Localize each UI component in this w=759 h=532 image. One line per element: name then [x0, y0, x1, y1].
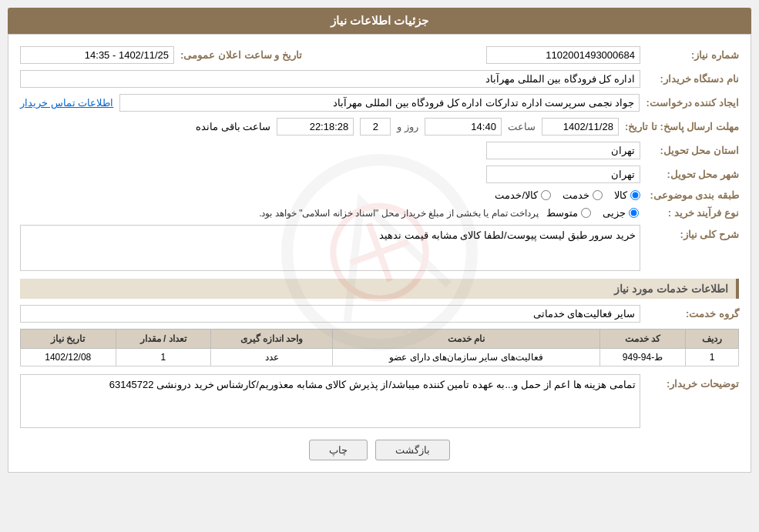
buyer-desc-label: توضیحات خریدار: [646, 374, 739, 390]
service-group-row: گروه خدمت: سایر فعالیت‌های خدماتی [20, 305, 739, 323]
page-container: جزئیات اطلاعات نیاز Ana Tender شماره نیا… [0, 0, 759, 532]
cell-unit: عدد [210, 349, 332, 366]
announce-date-value: 1402/11/25 - 14:35 [20, 46, 174, 64]
buyer-desc-area: توضیحات خریدار: تمامی هزینه ها اعم از حم… [20, 374, 739, 428]
need-number-row: شماره نیاز: 1102001493000684 تاریخ و ساع… [20, 46, 739, 64]
response-deadline-label: مهلت ارسال پاسخ: تا تاریخ: [625, 121, 739, 132]
service-group-label: گروه خدمت: [646, 308, 739, 320]
purchase-type-label-jozei: جزیی [603, 207, 626, 219]
creator-value: جواد نجمی سرپرست اداره تدارکات اداره کل … [119, 94, 640, 112]
main-card: Ana Tender شماره نیاز: 1102001493000684 … [8, 34, 751, 473]
need-number-label: شماره نیاز: [646, 49, 739, 61]
response-deadline-row: مهلت ارسال پاسخ: تا تاریخ: 1402/11/28 سا… [20, 118, 739, 136]
col-service-code: کد خدمت [599, 330, 685, 349]
col-service-name: نام خدمت [333, 330, 600, 349]
category-radio-kala-khadamat[interactable] [541, 190, 551, 200]
remaining-days: 2 [360, 118, 391, 136]
delivery-city-value: تهران [486, 166, 640, 183]
col-quantity: تعداد / مقدار [116, 330, 210, 349]
buyer-desc-textarea[interactable]: تمامی هزینه ها اعم از حمل و...به عهده تا… [20, 374, 640, 428]
category-radio-group: کالا خدمت کالا/خدمت [495, 189, 640, 201]
service-group-value: سایر فعالیت‌های خدماتی [20, 305, 640, 323]
category-option-kala[interactable]: کالا [614, 189, 640, 201]
delivery-province-value: تهران [486, 142, 640, 159]
back-button[interactable]: بازگشت [375, 440, 450, 460]
need-desc-area: شرح کلی نیاز: خرید سرور طبق لیست پیوست/ل… [20, 225, 739, 271]
category-label: طبقه بندی موضوعی: [646, 189, 739, 201]
purchase-type-radio-motavaset[interactable] [581, 208, 591, 218]
table-header-row: ردیف کد خدمت نام خدمت واحد اندازه گیری ت… [21, 330, 739, 349]
services-table: ردیف کد خدمت نام خدمت واحد اندازه گیری ت… [20, 329, 739, 366]
purchase-type-row: نوع فرآیند خرید : جزیی متوسط پرداخت تمام… [20, 207, 739, 219]
response-time: 14:40 [425, 118, 502, 136]
need-desc-label: شرح کلی نیاز: [646, 225, 739, 240]
page-title: جزئیات اطلاعات نیاز [331, 14, 428, 27]
purchase-type-jozei[interactable]: جزیی [603, 207, 639, 219]
page-header: جزئیات اطلاعات نیاز [8, 8, 751, 34]
print-button[interactable]: چاپ [309, 440, 368, 460]
purchase-type-motavaset[interactable]: متوسط [546, 207, 591, 219]
col-unit: واحد اندازه گیری [210, 330, 332, 349]
category-option-kala-khadamat[interactable]: کالا/خدمت [495, 189, 551, 201]
days-label: روز و [397, 121, 418, 132]
category-radio-khadamat[interactable] [593, 190, 603, 200]
delivery-province-label: استان محل تحویل: [646, 145, 739, 156]
time-label: ساعت [508, 121, 536, 132]
category-option-khadamat[interactable]: خدمت [563, 189, 603, 201]
creator-link[interactable]: اطلاعات تماس خریدار [20, 97, 113, 109]
requester-org-value: اداره کل فرودگاه بین المللی مهرآباد [20, 70, 640, 88]
purchase-type-label: نوع فرآیند خرید : [646, 207, 739, 219]
table-row: 1 ط-94-949 فعالیت‌های سایر سازمان‌های دا… [21, 349, 739, 366]
category-label-khadamat: خدمت [563, 189, 589, 201]
col-need-date: تاریخ نیاز [21, 330, 116, 349]
purchase-type-label-motavaset: متوسط [546, 207, 578, 219]
cell-service-name: فعالیت‌های سایر سازمان‌های دارای عضو [333, 349, 600, 366]
category-row: طبقه بندی موضوعی: کالا خدمت کالا/خدمت [20, 189, 739, 201]
category-radio-kala[interactable] [630, 190, 640, 200]
creator-label: ایجاد کننده درخواست: [646, 97, 739, 109]
purchase-type-radio-jozei[interactable] [629, 208, 639, 218]
delivery-city-label: شهر محل تحویل: [646, 169, 739, 180]
need-desc-textarea[interactable]: خرید سرور طبق لیست پیوست/لطفا کالای مشاب… [20, 225, 640, 271]
cell-quantity: 1 [116, 349, 210, 366]
button-group: بازگشت چاپ [20, 440, 739, 460]
cell-row-num: 1 [686, 349, 739, 366]
category-label-kala-khadamat: کالا/خدمت [495, 189, 538, 201]
announce-date-label: تاریخ و ساعت اعلان عمومی: [180, 49, 302, 61]
purchase-type-radio-group: جزیی متوسط [546, 207, 639, 219]
city-row: شهر محل تحویل: تهران [20, 166, 739, 183]
col-row-num: ردیف [686, 330, 739, 349]
purchase-type-desc: پرداخت تمام یا بخشی از مبلغ خریداز محل "… [259, 208, 539, 219]
requester-org-label: نام دستگاه خریدار: [646, 73, 739, 85]
province-row: استان محل تحویل: تهران [20, 142, 739, 159]
services-section-title: اطلاعات خدمات مورد نیاز [20, 279, 739, 299]
remaining-time: 22:18:28 [277, 118, 354, 136]
category-label-kala: کالا [614, 189, 627, 201]
cell-need-date: 1402/12/08 [21, 349, 116, 366]
response-date: 1402/11/28 [542, 118, 619, 136]
remaining-label: ساعت باقی مانده [196, 121, 270, 132]
need-number-value: 1102001493000684 [486, 46, 640, 64]
cell-service-code: ط-94-949 [599, 349, 685, 366]
requester-org-row: نام دستگاه خریدار: اداره کل فرودگاه بین … [20, 70, 739, 88]
creator-row: ایجاد کننده درخواست: جواد نجمی سرپرست اد… [20, 94, 739, 112]
